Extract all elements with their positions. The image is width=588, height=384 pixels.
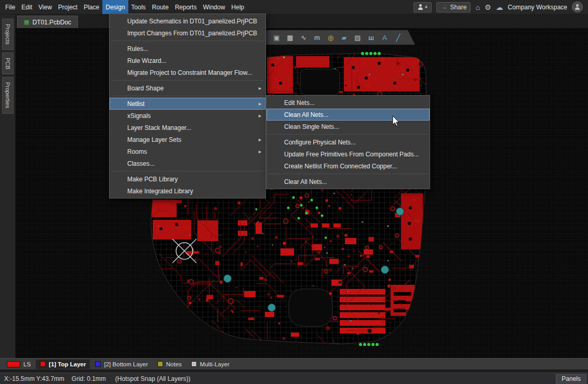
- document-tab-bar: ▦ DT01.PcbDoc: [16, 15, 588, 28]
- sidebar-tab-projects[interactable]: Projects: [2, 19, 14, 50]
- menu-label: Design: [105, 4, 125, 11]
- menu-file[interactable]: File: [2, 0, 18, 14]
- sidebar-tab-label: Properties: [5, 82, 11, 108]
- doc-tab-dt01-pcbdoc[interactable]: ▦ DT01.PcbDoc: [17, 16, 78, 28]
- gear-icon[interactable]: ⚙: [485, 4, 491, 11]
- active-bar-btn-fill-icon[interactable]: ▰: [338, 31, 351, 44]
- menu-project[interactable]: Project: [55, 0, 81, 14]
- menu-tools[interactable]: Tools: [128, 0, 149, 14]
- menu-label: Place: [84, 4, 99, 11]
- active-bar-btn-differential-pair-icon[interactable]: m: [311, 31, 324, 44]
- snap-readout: (Hotspot Snap (All Layers)): [115, 375, 191, 382]
- layer-tab-bar: LS [1] Top Layer [2] Bottom Layer Notes …: [0, 358, 588, 369]
- menubar-items: File Edit View Project Place Design To: [2, 0, 247, 14]
- layer-tab-multi-layer[interactable]: Multi-Layer: [187, 360, 234, 369]
- menu-item-update-schematics-in-dt01-panelized-prjpcb[interactable]: Update Schematics in DT01_panelized.PrjP…: [110, 15, 265, 27]
- tool-icon: ▨: [354, 34, 360, 42]
- menu-separator: [111, 96, 264, 96]
- menu-item-label: Make Integrated Library: [127, 188, 193, 195]
- tool-icon: m: [314, 34, 320, 42]
- menu-item-xsignals[interactable]: xSignals ▸: [110, 110, 265, 122]
- submenu-item-clear-all-nets[interactable]: Clear All Nets... ▸: [266, 176, 430, 188]
- tool-icon: ◎: [328, 34, 333, 42]
- plus-icon: +: [425, 4, 428, 10]
- layer-tab-label: [1] Top Layer: [49, 361, 86, 367]
- menu-item-label: Migrate Project to Constraint Manager Fl…: [127, 69, 252, 76]
- netlist-submenu: Edit Nets... ▸ Clean All Nets... ▸ Clean…: [266, 95, 430, 189]
- menu-item-make-pcb-library[interactable]: Make PCB Library ▸: [110, 173, 265, 185]
- menu-item-rules[interactable]: Rules... ▸: [110, 43, 265, 55]
- active-bar-btn-snap-grid-icon[interactable]: ▦: [284, 31, 297, 44]
- menu-item-label: xSignals: [127, 112, 151, 120]
- active-bar-btn-via-icon[interactable]: ◎: [324, 31, 337, 44]
- workspace-label[interactable]: Company Workspace: [508, 4, 568, 11]
- active-bar-btn-line-icon[interactable]: ╱: [392, 31, 405, 44]
- menu-item-label: Make PCB Library: [127, 176, 178, 183]
- active-bar-btn-component-icon[interactable]: ш: [365, 31, 378, 44]
- menu-reports[interactable]: Reports: [172, 0, 200, 14]
- panels-button[interactable]: Panels: [556, 374, 586, 383]
- submenu-item-configure-physical-nets[interactable]: Configure Physical Nets... ▸: [266, 136, 430, 148]
- home-icon[interactable]: ⌂: [475, 4, 479, 11]
- menu-item-rooms[interactable]: Rooms ▸: [110, 145, 265, 157]
- tool-icon: ▦: [287, 34, 293, 42]
- layer-tab-notes[interactable]: Notes: [153, 360, 186, 369]
- menu-separator: [268, 174, 428, 174]
- menu-item-manage-layer-sets[interactable]: Manage Layer Sets ▸: [110, 134, 265, 145]
- menu-label: File: [5, 4, 15, 11]
- menu-help[interactable]: Help: [228, 0, 247, 14]
- submenu-arrow-icon: ▸: [259, 137, 261, 142]
- menu-item-board-shape[interactable]: Board Shape ▸: [110, 82, 265, 94]
- submenu-item-update-free-primitives-from-component-pads[interactable]: Update Free Primitives From Component Pa…: [266, 148, 430, 160]
- menu-edit[interactable]: Edit: [18, 0, 35, 14]
- cloud-icon[interactable]: ☁: [496, 4, 503, 11]
- layer-tab-2-bottom-layer[interactable]: [2] Bottom Layer: [91, 360, 152, 369]
- active-bar-btn-polygon-pour-icon[interactable]: ▨: [351, 31, 364, 44]
- layer-tab-label: LS: [23, 361, 31, 367]
- layer-tab-ls[interactable]: LS: [3, 360, 35, 369]
- layer-color-swatch: [191, 361, 197, 367]
- menu-item-netlist[interactable]: Netlist ▸: [110, 98, 265, 110]
- submenu-arrow-icon: ▸: [259, 113, 261, 118]
- layer-tab-1-top-layer[interactable]: [1] Top Layer: [36, 360, 90, 369]
- avatar[interactable]: [572, 2, 583, 12]
- menu-item-classes[interactable]: Classes... ▸: [110, 157, 265, 169]
- menu-route[interactable]: Route: [149, 0, 172, 14]
- submenu-item-edit-nets[interactable]: Edit Nets... ▸: [266, 97, 430, 109]
- share-arrow-icon: →: [440, 3, 447, 11]
- menu-place[interactable]: Place: [81, 0, 102, 14]
- menu-item-label: Board Shape: [127, 85, 164, 92]
- add-user-button[interactable]: +: [413, 2, 432, 12]
- submenu-item-label: Create Netlist From Connected Copper...: [284, 163, 397, 170]
- active-bar-btn-board-icon[interactable]: ▣: [270, 31, 283, 44]
- menu-item-label: Netlist: [127, 100, 144, 108]
- submenu-item-clean-single-nets[interactable]: Clean Single Nets... ▸: [266, 121, 430, 133]
- sidebar-tab-properties[interactable]: Properties: [2, 77, 14, 113]
- menu-item-layer-stack-manager[interactable]: Layer Stack Manager... ▸: [110, 122, 265, 134]
- menu-design[interactable]: Design: [102, 0, 128, 14]
- menu-item-label: Classes...: [127, 160, 155, 167]
- submenu-item-create-netlist-from-connected-copper[interactable]: Create Netlist From Connected Copper... …: [266, 160, 430, 172]
- pcb-canvas[interactable]: [16, 28, 588, 358]
- menu-item-import-changes-from-dt01-panelized-prjpcb[interactable]: Import Changes From DT01_panelized.PrjPC…: [110, 27, 265, 39]
- pcb-doc-icon: ▦: [24, 19, 29, 25]
- menu-item-label: Layer Stack Manager...: [127, 124, 191, 131]
- active-bar-btn-string-icon[interactable]: A: [378, 31, 391, 44]
- menu-item-label: Rules...: [127, 45, 149, 52]
- sidebar-tab-pcb[interactable]: PCB: [2, 52, 14, 75]
- menu-item-make-integrated-library[interactable]: Make Integrated Library ▸: [110, 185, 265, 197]
- menu-separator: [111, 171, 264, 171]
- menu-item-migrate-project-to-constraint-manager-flow[interactable]: Migrate Project to Constraint Manager Fl…: [110, 67, 265, 78]
- submenu-item-label: Update Free Primitives From Component Pa…: [284, 151, 419, 158]
- menu-window[interactable]: Window: [200, 0, 229, 14]
- tool-icon: ╱: [396, 34, 400, 42]
- status-bar: X:-15.5mm Y:43.7mm Grid: 0.1mm (Hotspot …: [0, 373, 588, 384]
- active-bar-btn-interactive-routing-icon[interactable]: ∿: [297, 31, 310, 44]
- menu-view[interactable]: View: [35, 0, 55, 14]
- layer-color-swatch: [40, 361, 46, 367]
- share-button[interactable]: → Share: [436, 2, 471, 12]
- menu-item-rule-wizard[interactable]: Rule Wizard... ▸: [110, 55, 265, 67]
- submenu-item-clean-all-nets[interactable]: Clean All Nets... ▸: [266, 109, 430, 121]
- layer-color-swatch: [157, 361, 163, 367]
- menu-item-label: Manage Layer Sets: [127, 136, 181, 143]
